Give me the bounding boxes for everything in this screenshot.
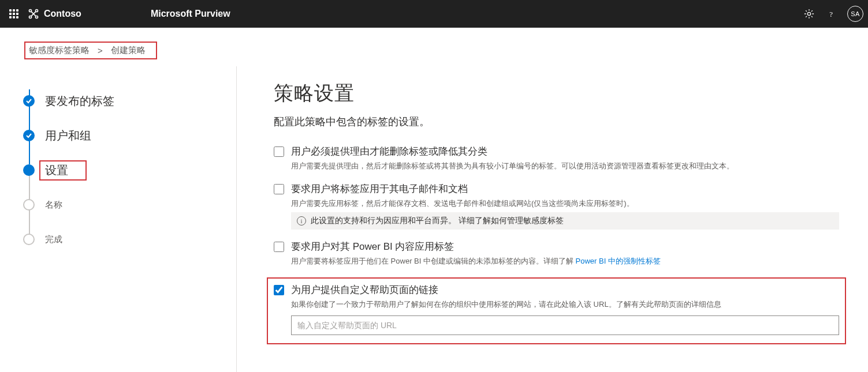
- svg-point-2: [29, 16, 31, 18]
- breadcrumb-parent-link[interactable]: 敏感度标签策略: [29, 45, 90, 56]
- checkbox-require-label-powerbi[interactable]: [274, 242, 284, 252]
- svg-point-3: [35, 16, 38, 18]
- svg-point-1: [35, 9, 38, 12]
- help-icon[interactable]: ?: [825, 8, 837, 20]
- option-title: 要求用户将标签应用于其电子邮件和文档: [291, 182, 839, 196]
- svg-point-4: [807, 12, 810, 15]
- step-label: 名称: [45, 200, 62, 211]
- brand-logo-icon: [27, 7, 40, 21]
- option-require-label-powerbi: 要求用户对其 Power BI 内容应用标签 用户需要将标签应用于他们在 Pow…: [274, 240, 839, 267]
- page-subtitle: 配置此策略中包含的标签的设置。: [274, 115, 839, 129]
- info-learn-more-link[interactable]: 详细了解如何管理敏感度标签: [459, 216, 564, 225]
- option-custom-help-link: 为用户提供自定义帮助页面的链接 如果你创建了一个致力于帮助用户了解如何在你的组织…: [267, 277, 846, 345]
- step-label: 用户和组: [45, 128, 91, 144]
- waffle-icon: [9, 9, 18, 18]
- option-title: 用户必须提供理由才能删除标签或降低其分类: [291, 145, 839, 158]
- option-desc-text: 用户需要将标签应用于他们在 Power BI 中创建或编辑的未添加标签的内容。详…: [291, 257, 576, 265]
- step-users-and-groups[interactable]: 用户和组: [23, 118, 236, 153]
- step-label: 完成: [45, 234, 62, 245]
- step-finish[interactable]: 完成: [23, 222, 236, 257]
- option-desc: 如果你创建了一个致力于帮助用户了解如何在你的组织中使用标签的网站，请在此处输入该…: [291, 299, 839, 310]
- step-settings[interactable]: 设置: [23, 153, 236, 187]
- breadcrumb-separator: >: [98, 46, 103, 55]
- step-labels-to-publish[interactable]: 要发布的标签: [23, 84, 236, 118]
- breadcrumb: 敏感度标签策略 > 创建策略: [0, 28, 868, 66]
- app-launcher[interactable]: [5, 5, 23, 23]
- svg-point-0: [29, 9, 31, 12]
- info-banner: i 此设置的支持和行为因应用和平台而异。 详细了解如何管理敏感度标签: [291, 212, 839, 230]
- brand-name: Contoso: [44, 9, 81, 19]
- page-title: 策略设置: [274, 80, 839, 107]
- powerbi-learn-more-link[interactable]: Power BI 中的强制性标签: [576, 257, 661, 265]
- avatar-initials: SA: [851, 10, 860, 17]
- option-title: 要求用户对其 Power BI 内容应用标签: [291, 240, 839, 253]
- svg-text:?: ?: [829, 10, 833, 18]
- option-title: 为用户提供自定义帮助页面的链接: [291, 283, 839, 296]
- option-desc: 用户需要先应用标签，然后才能保存文档、发送电子邮件和创建组或网站(仅当这些项尚未…: [291, 198, 839, 209]
- user-avatar[interactable]: SA: [847, 6, 863, 22]
- info-text: 此设置的支持和行为因应用和平台而异。: [311, 216, 456, 225]
- info-icon: i: [297, 216, 306, 226]
- checkbox-require-label-email-docs[interactable]: [274, 184, 284, 194]
- checkbox-require-justification[interactable]: [274, 146, 284, 157]
- product-name: Microsoft Purview: [151, 9, 230, 19]
- step-label: 设置: [45, 164, 68, 176]
- settings-icon[interactable]: [803, 8, 815, 20]
- option-desc: 用户需要先提供理由，然后才能删除标签或将其替换为具有较小订单编号的标签。可以使用…: [291, 160, 839, 172]
- custom-help-url-input[interactable]: [291, 315, 839, 335]
- option-require-justification: 用户必须提供理由才能删除标签或降低其分类 用户需要先提供理由，然后才能删除标签或…: [274, 145, 839, 172]
- top-bar: Contoso Microsoft Purview ? SA: [0, 0, 868, 28]
- step-label: 要发布的标签: [45, 93, 114, 109]
- option-require-label-email-docs: 要求用户将标签应用于其电子邮件和文档 用户需要先应用标签，然后才能保存文档、发送…: [274, 182, 839, 230]
- policy-settings-panel: 策略设置 配置此策略中包含的标签的设置。 用户必须提供理由才能删除标签或降低其分…: [237, 66, 868, 372]
- step-name[interactable]: 名称: [23, 187, 236, 222]
- wizard-steps: 要发布的标签 用户和组 设置 名称 完成: [0, 66, 237, 372]
- breadcrumb-current: 创建策略: [111, 45, 146, 56]
- checkbox-custom-help-link[interactable]: [274, 285, 284, 295]
